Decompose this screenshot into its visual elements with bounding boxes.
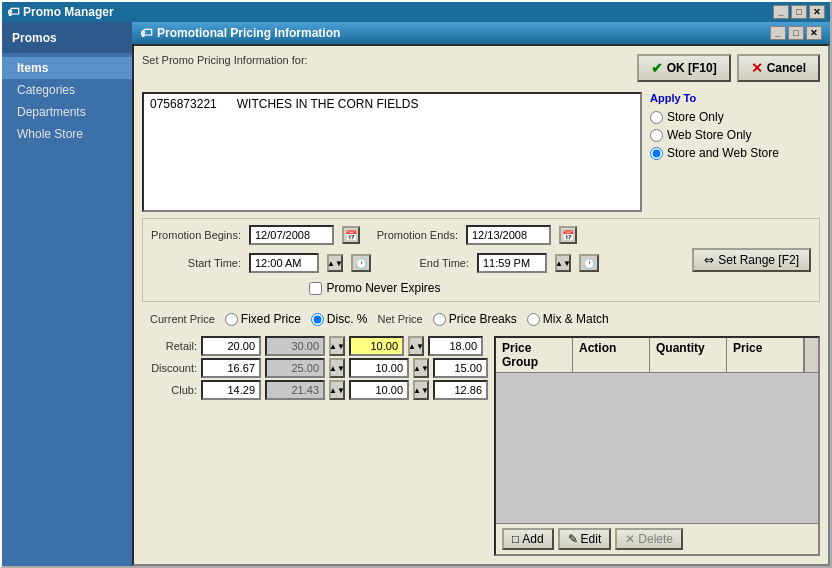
club-net-input[interactable]	[433, 380, 488, 400]
fixed-price-label: Fixed Price	[241, 312, 301, 326]
club-row: Club: ▲▼ ▲▼	[142, 380, 488, 400]
discount-disc-spin[interactable]: ▲▼	[329, 358, 345, 378]
retail-current-input[interactable]	[201, 336, 261, 356]
retail-row: Retail: ▲▼ ▲▼	[142, 336, 488, 356]
dialog-maximize-button[interactable]: □	[788, 26, 804, 40]
club-current-input[interactable]	[201, 380, 261, 400]
retail-disc-spin[interactable]: ▲▼	[329, 336, 345, 356]
close-button[interactable]: ✕	[809, 5, 825, 19]
apply-to-store-and-web[interactable]: Store and Web Store	[650, 146, 820, 160]
start-time-input[interactable]	[249, 253, 319, 273]
list-item[interactable]: 0756873221 WITCHES IN THE CORN FIELDS	[144, 94, 640, 114]
grid-footer: □ Add ✎ Edit ✕ Delete	[496, 523, 818, 554]
discount-pct-spin[interactable]: ▲▼	[413, 358, 429, 378]
sidebar-item-whole-store[interactable]: Whole Store	[2, 123, 132, 145]
apply-to-web-store-only[interactable]: Web Store Only	[650, 128, 820, 142]
price-breaks-grid: Price Group Action Quantity Price □ Add	[494, 336, 820, 556]
apply-to-title: Apply To	[650, 92, 820, 104]
checkmark-icon: ✔	[651, 60, 663, 76]
begins-calendar-button[interactable]: 📅	[342, 226, 360, 244]
grid-header-price-group: Price Group	[496, 338, 573, 372]
never-expires-label: Promo Never Expires	[326, 281, 440, 295]
discount-net-input[interactable]	[433, 358, 488, 378]
disc-pct-option[interactable]: Disc. %	[311, 312, 368, 326]
scrollbar-spacer	[804, 338, 818, 372]
promo-info-label: Set Promo Pricing Information for:	[142, 54, 637, 66]
end-time-input[interactable]	[477, 253, 547, 273]
content-area: 🏷 Promotional Pricing Information _ □ ✕ …	[132, 22, 830, 566]
apply-to-store-only[interactable]: Store Only	[650, 110, 820, 124]
web-store-only-label: Web Store Only	[667, 128, 751, 142]
items-section: 0756873221 WITCHES IN THE CORN FIELDS Ap…	[142, 92, 820, 212]
club-disc-input	[265, 380, 325, 400]
add-icon: □	[512, 532, 519, 546]
dialog-minimize-button[interactable]: _	[770, 26, 786, 40]
discount-disc-input	[265, 358, 325, 378]
dialog-title: Promotional Pricing Information	[157, 26, 340, 40]
start-time-spin[interactable]: ▲▼	[327, 254, 343, 272]
price-type-row: Current Price Fixed Price Disc. % Net Pr…	[142, 308, 820, 330]
promotion-begins-row: Promotion Begins: 📅 Promotion Ends: 📅	[151, 225, 599, 245]
x-icon: ✕	[751, 60, 763, 76]
retail-pct-spin[interactable]: ▲▼	[408, 336, 424, 356]
club-pct-spin[interactable]: ▲▼	[413, 380, 429, 400]
ends-label: Promotion Ends:	[368, 229, 458, 241]
ok-button[interactable]: ✔ OK [F10]	[637, 54, 731, 82]
ends-date-input[interactable]	[466, 225, 551, 245]
add-button[interactable]: □ Add	[502, 528, 554, 550]
minimize-button[interactable]: _	[773, 5, 789, 19]
left-pricing-table: Retail: ▲▼ ▲▼ Discount:	[142, 336, 488, 556]
never-expires-checkbox[interactable]	[309, 282, 322, 295]
club-pct-input[interactable]	[349, 380, 409, 400]
discount-row: Discount: ▲▼ ▲▼	[142, 358, 488, 378]
discount-label: Discount:	[142, 362, 197, 374]
start-time-clock[interactable]: 🕐	[351, 254, 371, 272]
never-expires-row[interactable]: Promo Never Expires	[151, 281, 599, 295]
retail-pct-input[interactable]	[349, 336, 404, 356]
begins-date-input[interactable]	[249, 225, 334, 245]
edit-icon: ✎	[568, 532, 578, 546]
dialog-body: Set Promo Pricing Information for: ✔ OK …	[132, 44, 830, 566]
grid-header-quantity: Quantity	[650, 338, 727, 372]
end-time-spin[interactable]: ▲▼	[555, 254, 571, 272]
retail-net-input[interactable]	[428, 336, 483, 356]
net-price-label: Net Price	[378, 313, 423, 325]
delete-button[interactable]: ✕ Delete	[615, 528, 683, 550]
discount-current-input[interactable]	[201, 358, 261, 378]
top-buttons: ✔ OK [F10] ✕ Cancel	[637, 54, 820, 82]
sidebar-item-departments[interactable]: Departments	[2, 101, 132, 123]
edit-button[interactable]: ✎ Edit	[558, 528, 612, 550]
end-time-label: End Time:	[379, 257, 469, 269]
fixed-price-option[interactable]: Fixed Price	[225, 312, 301, 326]
grid-header: Price Group Action Quantity Price	[496, 338, 818, 373]
range-icon: ⇔	[704, 253, 714, 267]
grid-body[interactable]	[496, 373, 818, 523]
store-only-label: Store Only	[667, 110, 724, 124]
price-breaks-label: Price Breaks	[449, 312, 517, 326]
dialog-close-button[interactable]: ✕	[806, 26, 822, 40]
mix-match-option[interactable]: Mix & Match	[527, 312, 609, 326]
club-disc-spin[interactable]: ▲▼	[329, 380, 345, 400]
sidebar-item-items[interactable]: Items	[2, 57, 132, 79]
items-list-box[interactable]: 0756873221 WITCHES IN THE CORN FIELDS	[142, 92, 642, 212]
cancel-button[interactable]: ✕ Cancel	[737, 54, 820, 82]
item-name: WITCHES IN THE CORN FIELDS	[237, 97, 419, 111]
mix-match-label: Mix & Match	[543, 312, 609, 326]
item-upc: 0756873221	[150, 97, 217, 111]
sidebar-nav: Items Categories Departments Whole Store	[2, 53, 132, 149]
maximize-button[interactable]: □	[791, 5, 807, 19]
store-and-web-label: Store and Web Store	[667, 146, 779, 160]
time-row: Start Time: ▲▼ 🕐 End Time: ▲▼ 🕐	[151, 253, 599, 273]
disc-pct-label: Disc. %	[327, 312, 368, 326]
grid-header-price: Price	[727, 338, 804, 372]
date-time-section: Promotion Begins: 📅 Promotion Ends: 📅 St…	[142, 218, 820, 302]
sidebar-item-categories[interactable]: Categories	[2, 79, 132, 101]
set-range-button[interactable]: ⇔ Set Range [F2]	[692, 248, 811, 272]
app-title-bar: 🏷 Promo Manager _ □ ✕	[2, 2, 830, 22]
end-time-clock[interactable]: 🕐	[579, 254, 599, 272]
price-breaks-option[interactable]: Price Breaks	[433, 312, 517, 326]
ends-calendar-button[interactable]: 📅	[559, 226, 577, 244]
discount-pct-input[interactable]	[349, 358, 409, 378]
pricing-grid-section: Retail: ▲▼ ▲▼ Discount:	[142, 336, 820, 556]
retail-disc-input	[265, 336, 325, 356]
